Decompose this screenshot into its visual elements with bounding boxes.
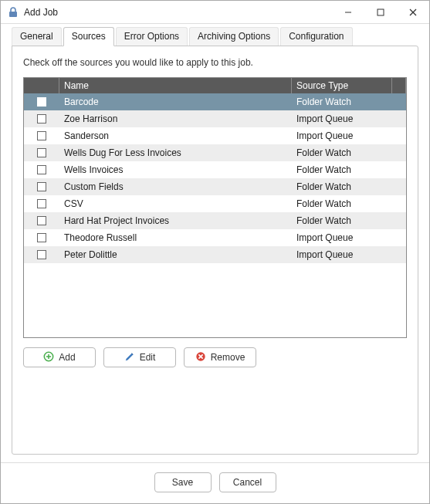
column-header-check[interactable] bbox=[24, 78, 59, 93]
cancel-button-label: Cancel bbox=[233, 477, 262, 488]
row-name: Barcode bbox=[59, 96, 292, 107]
grid-header: Name Source Type bbox=[24, 78, 406, 93]
tab-panel-sources: Check off the sources you would like to … bbox=[12, 46, 418, 455]
checkbox-icon[interactable] bbox=[37, 131, 46, 140]
svg-rect-2 bbox=[378, 9, 384, 15]
row-source-type: Folder Watch bbox=[292, 164, 406, 175]
checkbox-icon[interactable] bbox=[37, 148, 46, 157]
table-row[interactable]: BarcodeFolder Watch bbox=[24, 93, 406, 110]
pencil-icon bbox=[124, 351, 135, 364]
remove-button-label: Remove bbox=[211, 352, 245, 363]
close-button[interactable] bbox=[397, 1, 429, 23]
minimize-button[interactable] bbox=[332, 1, 364, 23]
row-source-type: Import Queue bbox=[292, 130, 406, 141]
row-name: Zoe Harrison bbox=[59, 113, 292, 124]
checkbox-icon[interactable] bbox=[37, 114, 46, 123]
row-name: Wells Invoices bbox=[59, 164, 292, 175]
row-checkbox-cell[interactable] bbox=[24, 199, 59, 208]
x-circle-icon bbox=[195, 351, 206, 364]
edit-button-label: Edit bbox=[140, 352, 156, 363]
row-source-type: Folder Watch bbox=[292, 198, 406, 209]
table-row[interactable]: Theodore RussellImport Queue bbox=[24, 229, 406, 246]
table-row[interactable]: Peter DolittleImport Queue bbox=[24, 246, 406, 263]
row-source-type: Import Queue bbox=[292, 232, 406, 243]
lock-icon bbox=[7, 6, 19, 19]
save-button[interactable]: Save bbox=[154, 472, 212, 492]
row-checkbox-cell[interactable] bbox=[24, 148, 59, 157]
window-title: Add Job bbox=[24, 7, 332, 18]
row-name: Theodore Russell bbox=[59, 232, 292, 243]
checkbox-icon[interactable] bbox=[37, 199, 46, 208]
row-checkbox-cell[interactable] bbox=[24, 97, 59, 107]
tab-archiving-options[interactable]: Archiving Options bbox=[189, 27, 279, 46]
tab-general[interactable]: General bbox=[12, 27, 62, 46]
plus-circle-icon bbox=[43, 351, 54, 364]
row-name: Sanderson bbox=[59, 130, 292, 141]
row-checkbox-cell[interactable] bbox=[24, 165, 59, 174]
content-area: General Sources Error Options Archiving … bbox=[1, 24, 429, 462]
checkbox-icon[interactable] bbox=[37, 165, 46, 174]
row-checkbox-cell[interactable] bbox=[24, 250, 59, 259]
title-bar: Add Job bbox=[1, 1, 429, 24]
instruction-text: Check off the sources you would like to … bbox=[23, 57, 407, 68]
add-button[interactable]: Add bbox=[23, 347, 96, 367]
row-checkbox-cell[interactable] bbox=[24, 216, 59, 225]
row-source-type: Folder Watch bbox=[292, 96, 406, 107]
row-name: Peter Dolittle bbox=[59, 249, 292, 260]
row-source-type: Import Queue bbox=[292, 249, 406, 260]
svg-rect-0 bbox=[9, 12, 17, 17]
checkbox-icon[interactable] bbox=[37, 182, 46, 191]
table-row[interactable]: Wells Dug For Less InvoicesFolder Watch bbox=[24, 144, 406, 161]
checkbox-icon[interactable] bbox=[37, 233, 46, 242]
table-row[interactable]: Zoe HarrisonImport Queue bbox=[24, 110, 406, 127]
row-name: Hard Hat Project Invoices bbox=[59, 215, 292, 226]
row-source-type: Import Queue bbox=[292, 113, 406, 124]
row-checkbox-cell[interactable] bbox=[24, 131, 59, 140]
table-row[interactable]: SandersonImport Queue bbox=[24, 127, 406, 144]
dialog-footer: Save Cancel bbox=[1, 462, 429, 503]
tab-bar: General Sources Error Options Archiving … bbox=[12, 27, 418, 46]
checkbox-icon[interactable] bbox=[37, 250, 46, 259]
tab-error-options[interactable]: Error Options bbox=[116, 27, 188, 46]
tab-sources[interactable]: Sources bbox=[63, 27, 114, 46]
table-row[interactable]: Wells InvoicesFolder Watch bbox=[24, 161, 406, 178]
row-checkbox-cell[interactable] bbox=[24, 114, 59, 123]
grid-actions: Add Edit Remove bbox=[23, 347, 407, 367]
window-controls bbox=[332, 1, 429, 23]
table-row[interactable]: Custom FieldsFolder Watch bbox=[24, 178, 406, 195]
remove-button[interactable]: Remove bbox=[184, 347, 256, 367]
column-header-name[interactable]: Name bbox=[59, 78, 292, 93]
table-row[interactable]: CSVFolder Watch bbox=[24, 195, 406, 212]
save-button-label: Save bbox=[172, 477, 193, 488]
add-button-label: Add bbox=[59, 352, 75, 363]
checkbox-icon[interactable] bbox=[37, 216, 46, 225]
edit-button[interactable]: Edit bbox=[103, 347, 176, 367]
row-source-type: Folder Watch bbox=[292, 181, 406, 192]
grid-body[interactable]: BarcodeFolder WatchZoe HarrisonImport Qu… bbox=[24, 93, 406, 337]
row-name: CSV bbox=[59, 198, 292, 209]
row-checkbox-cell[interactable] bbox=[24, 182, 59, 191]
row-name: Wells Dug For Less Invoices bbox=[59, 147, 292, 158]
column-header-source-type[interactable]: Source Type bbox=[292, 78, 392, 93]
row-source-type: Folder Watch bbox=[292, 215, 406, 226]
column-header-end bbox=[392, 78, 406, 93]
row-source-type: Folder Watch bbox=[292, 147, 406, 158]
cancel-button[interactable]: Cancel bbox=[219, 472, 276, 492]
row-checkbox-cell[interactable] bbox=[24, 233, 59, 242]
row-name: Custom Fields bbox=[59, 181, 292, 192]
table-row[interactable]: Hard Hat Project InvoicesFolder Watch bbox=[24, 212, 406, 229]
checkbox-icon[interactable] bbox=[37, 97, 46, 107]
tab-configuration[interactable]: Configuration bbox=[280, 27, 352, 46]
sources-grid: Name Source Type BarcodeFolder WatchZoe … bbox=[23, 77, 407, 338]
maximize-button[interactable] bbox=[364, 1, 397, 23]
